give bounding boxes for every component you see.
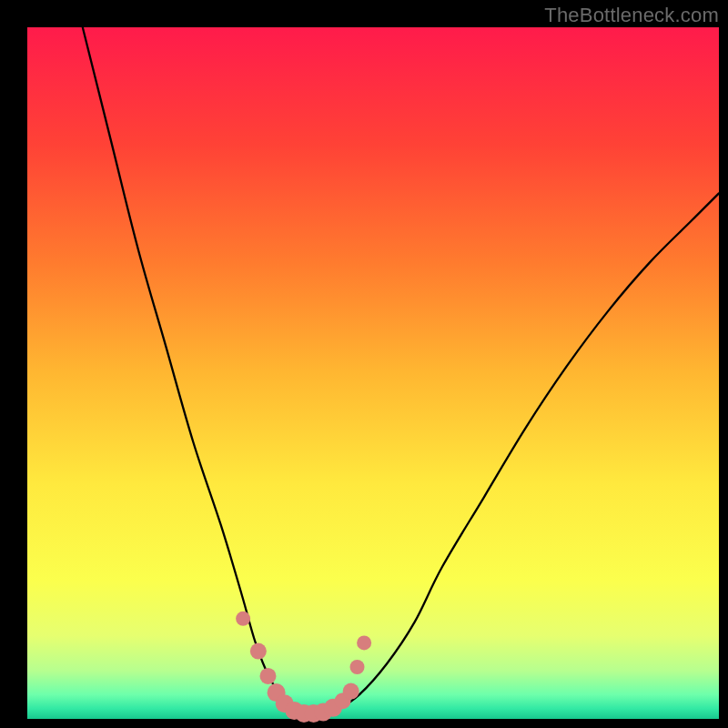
chart-svg bbox=[0, 0, 728, 728]
highlight-dot bbox=[250, 643, 267, 660]
chart-stage: TheBottleneck.com bbox=[0, 0, 728, 728]
highlight-dot bbox=[343, 683, 359, 700]
highlight-dot bbox=[350, 660, 365, 674]
highlight-dot bbox=[357, 635, 371, 650]
plot-area bbox=[27, 27, 719, 719]
highlight-dot bbox=[236, 612, 250, 626]
highlight-dot bbox=[259, 668, 276, 684]
